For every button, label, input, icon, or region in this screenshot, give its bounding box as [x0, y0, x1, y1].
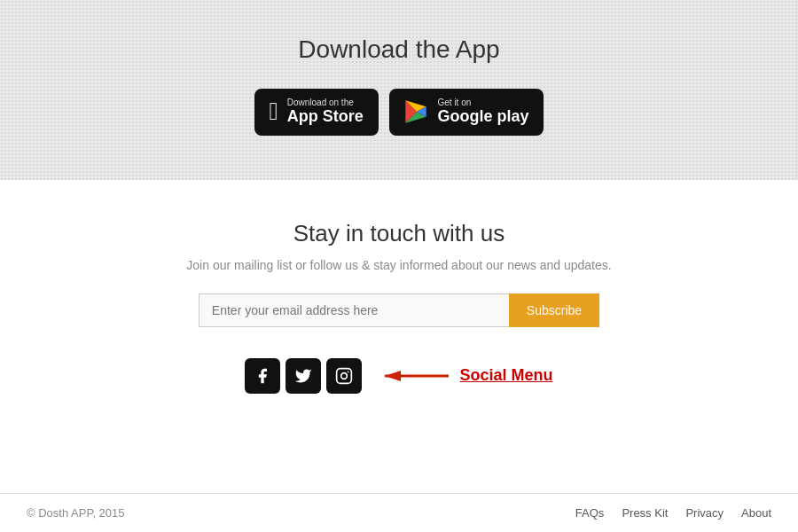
- stay-in-touch-heading: Stay in touch with us: [18, 220, 780, 247]
- middle-section: Stay in touch with us Join our mailing l…: [0, 180, 798, 420]
- googleplay-button[interactable]: Get it on Google play: [389, 89, 543, 136]
- googleplay-small-text: Get it on: [437, 98, 528, 107]
- twitter-icon[interactable]: [286, 358, 321, 394]
- appstore-big-text: App Store: [287, 107, 364, 127]
- instagram-icon[interactable]: [326, 358, 362, 394]
- social-icons: [245, 358, 362, 394]
- appstore-small-text: Download on the: [287, 98, 364, 107]
- svg-rect-4: [337, 368, 352, 383]
- facebook-icon[interactable]: [245, 358, 280, 394]
- footer: © Dosth APP, 2015 FAQs Press Kit Privacy…: [0, 493, 798, 532]
- page-title: Download the App: [18, 35, 780, 64]
- top-section: Download the App  Download on the App S…: [0, 0, 798, 180]
- googleplay-big-text: Google play: [437, 107, 528, 127]
- footer-link-faqs[interactable]: FAQs: [575, 506, 605, 520]
- mailing-list-description: Join our mailing list or follow us & sta…: [18, 258, 780, 272]
- footer-link-about[interactable]: About: [741, 506, 771, 520]
- play-icon: [403, 99, 428, 124]
- social-area: Social Menu: [18, 358, 780, 394]
- email-input[interactable]: [199, 293, 509, 327]
- social-menu-label: Social Menu: [459, 366, 552, 385]
- footer-link-presskit[interactable]: Press Kit: [622, 506, 668, 520]
- subscribe-button[interactable]: Subscribe: [509, 293, 599, 327]
- apple-icon: : [269, 99, 278, 124]
- footer-links: FAQs Press Kit Privacy About: [575, 506, 771, 520]
- arrow-icon: [379, 363, 450, 389]
- email-form: Subscribe: [18, 293, 780, 327]
- svg-point-5: [341, 372, 348, 379]
- store-buttons:  Download on the App Store Get it on Go…: [18, 89, 780, 136]
- footer-link-privacy[interactable]: Privacy: [685, 506, 724, 520]
- social-menu-arrow-label: Social Menu: [379, 363, 552, 389]
- appstore-button[interactable]:  Download on the App Store: [254, 89, 379, 136]
- copyright: © Dosth APP, 2015: [27, 506, 125, 520]
